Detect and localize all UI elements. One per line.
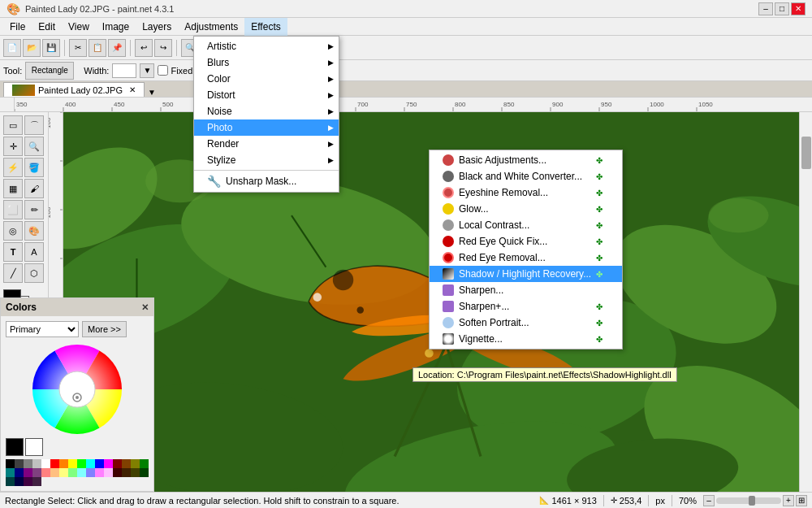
color-swatch[interactable] [104,468,113,477]
menu-item-color[interactable]: Color [194,71,339,87]
color-swatch[interactable] [95,459,104,468]
tool-move[interactable]: ✛ [3,137,23,156]
color-swatch[interactable] [122,459,131,468]
color-swatch[interactable] [32,459,41,468]
color-swatch[interactable] [131,468,140,477]
tool-pencil[interactable]: ✏ [24,200,44,219]
paste-button[interactable]: 📌 [108,39,126,57]
cut-button[interactable]: ✂ [69,39,87,57]
black-swatch[interactable] [6,438,24,456]
zoom-in-status-button[interactable]: + [783,495,794,506]
colors-close-button[interactable]: ✕ [141,302,149,313]
tab-painted-lady[interactable]: Painted Lady 02.JPG ✕ [3,82,145,97]
color-swatch[interactable] [15,459,24,468]
menu-item-soften-portrait[interactable]: Soften Portrait... ✤ [430,315,622,331]
menu-item-unsharp-mask[interactable]: 🔧 Unsharp Mask... [194,172,339,190]
save-button[interactable]: 💾 [42,39,60,57]
fit-window-button[interactable]: ⊞ [796,495,807,506]
color-mode-select[interactable]: Primary Secondary [6,321,79,337]
maximize-button[interactable]: □ [775,2,789,15]
color-swatch[interactable] [15,468,24,477]
color-swatch[interactable] [77,468,86,477]
color-swatch[interactable] [86,468,95,477]
color-swatch[interactable] [24,468,32,477]
menu-item-bw-converter[interactable]: Black and White Converter... ✤ [430,168,622,185]
color-swatch[interactable] [95,468,104,477]
menu-view[interactable]: View [62,18,96,36]
color-wheel[interactable] [28,341,126,438]
redo-button[interactable]: ↪ [154,39,172,57]
color-swatch[interactable] [24,459,32,468]
menu-item-artistic[interactable]: Artistic [194,38,339,54]
menu-item-shadow-highlight[interactable]: Shadow / Highlight Recovery... ✤ [430,266,622,282]
color-swatch[interactable] [68,468,77,477]
tool-selector[interactable]: Rectangle [25,62,74,80]
menu-adjustments[interactable]: Adjustments [178,18,244,36]
tool-line[interactable]: ╱ [3,263,23,283]
menu-item-sharpen[interactable]: Sharpen... [430,282,622,298]
v-scroll-thumb[interactable] [801,137,811,169]
menu-item-blurs[interactable]: Blurs [194,54,339,71]
color-swatch[interactable] [77,459,86,468]
zoom-slider[interactable] [716,497,781,504]
new-button[interactable]: 📄 [3,39,21,57]
color-swatch[interactable] [59,459,68,468]
copy-button[interactable]: 📋 [89,39,106,57]
tool-shapes[interactable]: A [24,242,44,262]
menu-file[interactable]: File [3,18,32,36]
undo-button[interactable]: ↩ [135,39,153,57]
tool-rectangle-select[interactable]: ▭ [3,115,23,135]
tool-text[interactable]: T [3,242,23,262]
color-swatch[interactable] [15,477,24,486]
menu-item-glow[interactable]: Glow... ✤ [430,201,622,217]
color-swatch[interactable] [140,459,149,468]
menu-item-photo[interactable]: Photo [194,119,339,136]
color-swatch[interactable] [86,459,95,468]
color-swatch[interactable] [122,468,131,477]
close-button[interactable]: ✕ [791,2,806,15]
menu-item-eyeshine-removal[interactable]: Eyeshine Removal... ✤ [430,185,622,201]
vertical-scrollbar[interactable] [799,112,812,495]
color-swatch[interactable] [32,477,41,486]
menu-item-render[interactable]: Render [194,136,339,152]
color-swatch[interactable] [113,459,122,468]
menu-image[interactable]: Image [96,18,136,36]
menu-item-basic-adjustments[interactable]: Basic Adjustments... ✤ [430,152,622,168]
fixed-ratio-checkbox[interactable] [158,65,168,76]
width-dropdown[interactable]: ▼ [140,63,154,78]
zoom-out-status-button[interactable]: – [703,495,715,506]
tab-close-icon[interactable]: ✕ [129,85,136,94]
menu-item-local-contrast[interactable]: Local Contrast... ✤ [430,217,622,233]
width-input[interactable]: 10 [112,63,136,78]
tool-paintbrush[interactable]: 🖌 [24,179,44,198]
more-colors-button[interactable]: More >> [82,321,127,337]
color-swatch[interactable] [50,468,59,477]
color-swatch[interactable] [41,468,50,477]
color-swatch[interactable] [6,477,15,486]
tool-clone[interactable]: ◎ [3,221,23,241]
color-swatch[interactable] [6,468,15,477]
menu-item-distort[interactable]: Distort [194,87,339,103]
tool-eraser[interactable]: ⬜ [3,200,23,219]
menu-layers[interactable]: Layers [136,18,178,36]
color-swatch[interactable] [104,459,113,468]
tool-lasso[interactable]: ⌒ [24,115,44,135]
tool-gradient[interactable]: ▦ [3,179,23,198]
color-swatch[interactable] [59,468,68,477]
zoom-slider-thumb[interactable] [749,496,755,506]
tool-zoom[interactable]: 🔍 [24,137,44,156]
tool-paint-bucket[interactable]: 🪣 [24,158,44,177]
menu-edit[interactable]: Edit [32,18,62,36]
tab-dropdown-button[interactable]: ▼ [148,88,156,97]
menu-item-noise[interactable]: Noise [194,103,339,119]
color-swatch[interactable] [32,468,41,477]
menu-item-sharpenplus[interactable]: Sharpen+... ✤ [430,298,622,315]
color-swatch[interactable] [6,459,15,468]
minimize-button[interactable]: – [758,2,773,15]
open-button[interactable]: 📂 [23,39,41,57]
menu-item-vignette[interactable]: Vignette... ✤ [430,331,622,347]
color-swatch[interactable] [50,459,59,468]
white-swatch[interactable] [25,438,43,456]
color-swatch[interactable] [41,459,50,468]
menu-item-red-eye-removal[interactable]: Red Eye Removal... ✤ [430,250,622,266]
